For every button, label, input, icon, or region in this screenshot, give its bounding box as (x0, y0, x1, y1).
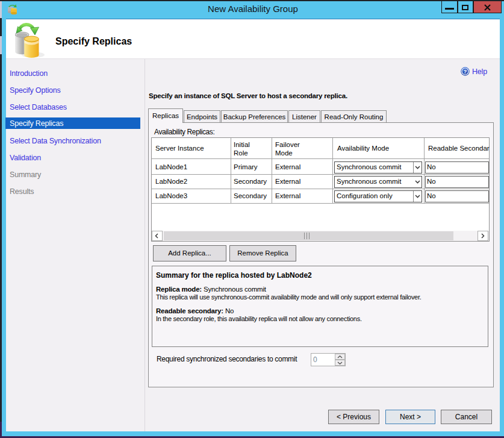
svg-text:?: ? (464, 68, 467, 75)
